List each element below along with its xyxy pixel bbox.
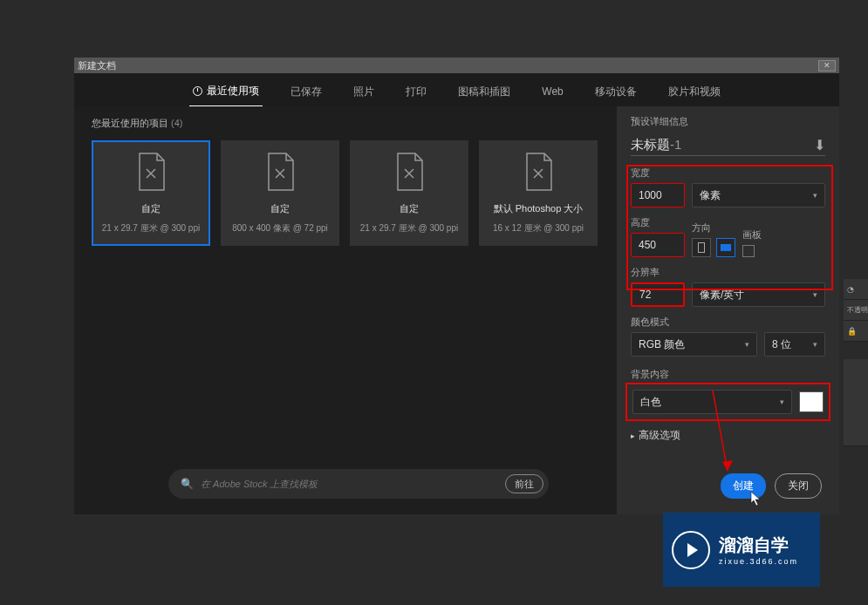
clock-icon bbox=[193, 86, 202, 96]
preset-item[interactable]: 自定 21 x 29.7 厘米 @ 300 ppi bbox=[350, 140, 468, 246]
colormode-select[interactable]: RGB 颜色 ▾ bbox=[631, 332, 757, 357]
bitdepth-label: 8 位 bbox=[772, 337, 791, 352]
preset-title: 自定 bbox=[400, 202, 419, 215]
preset-item[interactable]: 自定 21 x 29.7 厘米 @ 300 ppi bbox=[92, 140, 210, 246]
label-artboard: 画板 bbox=[742, 228, 762, 241]
save-preset-icon[interactable]: ⬇ bbox=[814, 137, 825, 153]
chevron-down-icon: ▾ bbox=[745, 340, 749, 349]
height-input[interactable] bbox=[631, 233, 685, 257]
watermark-title: 溜溜自学 bbox=[719, 534, 798, 557]
recent-header-label: 您最近使用的项目 bbox=[92, 118, 168, 128]
resolution-unit-select[interactable]: 像素/英寸 ▾ bbox=[692, 282, 825, 307]
unit-label: 像素 bbox=[700, 188, 721, 203]
orientation-landscape[interactable] bbox=[716, 238, 735, 257]
watermark-url: zixue.3d66.com bbox=[719, 557, 798, 566]
title-bar: 新建文档 ✕ bbox=[74, 58, 839, 73]
details-panel: 预设详细信息 未标题-1 ⬇ 宽度 像素 ▾ bbox=[617, 106, 839, 514]
background-select[interactable]: 白色 ▾ bbox=[632, 390, 792, 414]
document-icon bbox=[134, 152, 167, 195]
search-input[interactable] bbox=[194, 479, 505, 489]
stock-search: 🔍 前往 bbox=[168, 469, 549, 499]
width-input[interactable] bbox=[631, 183, 685, 207]
chevron-down-icon: ▾ bbox=[813, 290, 817, 299]
background-color-swatch[interactable] bbox=[799, 391, 824, 412]
search-icon: 🔍 bbox=[181, 478, 194, 490]
document-icon bbox=[522, 152, 555, 195]
tab-label: 最近使用项 bbox=[207, 84, 259, 99]
resolution-input[interactable] bbox=[631, 282, 685, 307]
tab-saved[interactable]: 已保存 bbox=[287, 78, 325, 106]
tab-illustration[interactable]: 图稿和插图 bbox=[455, 78, 514, 106]
advanced-label: 高级选项 bbox=[639, 428, 680, 443]
preset-subtitle: 21 x 29.7 厘米 @ 300 ppi bbox=[102, 222, 200, 235]
new-document-dialog: 新建文档 ✕ 最近使用项 已保存 照片 打印 图稿和插图 Web 移动设备 胶片… bbox=[74, 58, 839, 514]
presets-panel: 您最近使用的项目 (4) 自定 21 x 29.7 厘米 @ 300 ppi 自… bbox=[74, 106, 617, 514]
chevron-right-icon: ▸ bbox=[631, 432, 635, 440]
preset-subtitle: 21 x 29.7 厘米 @ 300 ppi bbox=[360, 222, 458, 235]
tab-web[interactable]: Web bbox=[538, 78, 566, 105]
label-resolution: 分辨率 bbox=[631, 266, 825, 279]
side-panel-item: 不透明 bbox=[844, 300, 868, 321]
document-icon bbox=[393, 152, 426, 195]
mode-label: RGB 颜色 bbox=[639, 337, 685, 352]
create-button[interactable]: 创建 bbox=[721, 473, 766, 499]
document-name[interactable]: 未标题-1 bbox=[631, 137, 681, 153]
preset-title: 自定 bbox=[141, 202, 161, 215]
chevron-down-icon: ▾ bbox=[813, 340, 817, 349]
label-orientation: 方向 bbox=[692, 221, 735, 235]
side-panel-item: ◔ bbox=[844, 279, 868, 300]
chevron-down-icon: ▾ bbox=[813, 191, 817, 200]
label-colormode: 颜色模式 bbox=[631, 316, 825, 329]
recent-header: 您最近使用的项目 (4) bbox=[92, 117, 599, 130]
docname-suffix: -1 bbox=[670, 137, 681, 152]
preset-item[interactable]: 自定 800 x 400 像素 @ 72 ppi bbox=[221, 140, 339, 246]
orientation-portrait[interactable] bbox=[692, 238, 711, 257]
play-logo-icon bbox=[672, 531, 710, 569]
close-button[interactable]: 关闭 bbox=[775, 473, 822, 499]
label-width: 宽度 bbox=[631, 167, 825, 180]
detail-header: 预设详细信息 bbox=[631, 115, 825, 128]
tab-print[interactable]: 打印 bbox=[402, 78, 430, 106]
preset-item[interactable]: 默认 Photoshop 大小 16 x 12 厘米 @ 300 ppi bbox=[479, 140, 598, 246]
dialog-title: 新建文档 bbox=[78, 59, 116, 72]
chevron-down-icon: ▾ bbox=[780, 398, 784, 406]
close-icon[interactable]: ✕ bbox=[818, 60, 836, 71]
artboard-checkbox[interactable] bbox=[742, 245, 755, 257]
preset-title: 自定 bbox=[270, 202, 290, 215]
advanced-options-toggle[interactable]: ▸ 高级选项 bbox=[631, 428, 825, 443]
bg-label: 白色 bbox=[640, 395, 661, 410]
label-height: 高度 bbox=[631, 216, 685, 229]
docname-base: 未标题 bbox=[631, 137, 670, 152]
go-button[interactable]: 前往 bbox=[505, 474, 543, 493]
tab-film[interactable]: 胶片和视频 bbox=[665, 78, 724, 106]
tabs-bar: 最近使用项 已保存 照片 打印 图稿和插图 Web 移动设备 胶片和视频 bbox=[74, 73, 839, 106]
label-background: 背景内容 bbox=[631, 369, 669, 379]
tab-photo[interactable]: 照片 bbox=[350, 78, 378, 106]
side-panel-item: 🔒 bbox=[844, 321, 868, 342]
width-unit-select[interactable]: 像素 ▾ bbox=[692, 183, 825, 207]
tab-recent[interactable]: 最近使用项 bbox=[189, 77, 263, 107]
svg-marker-1 bbox=[722, 460, 733, 471]
tab-mobile[interactable]: 移动设备 bbox=[591, 78, 640, 106]
recent-count: (4) bbox=[171, 118, 182, 128]
watermark: 溜溜自学 zixue.3d66.com bbox=[663, 513, 820, 587]
preset-title: 默认 Photoshop 大小 bbox=[494, 202, 584, 215]
preset-subtitle: 16 x 12 厘米 @ 300 ppi bbox=[493, 222, 584, 235]
document-icon bbox=[263, 152, 297, 195]
side-panel-item bbox=[844, 359, 868, 446]
bitdepth-select[interactable]: 8 位 ▾ bbox=[764, 332, 825, 357]
preset-subtitle: 800 x 400 像素 @ 72 ppi bbox=[232, 222, 328, 235]
background-panels: ◔ 不透明 🔒 bbox=[844, 279, 868, 453]
unit-label: 像素/英寸 bbox=[700, 288, 744, 302]
